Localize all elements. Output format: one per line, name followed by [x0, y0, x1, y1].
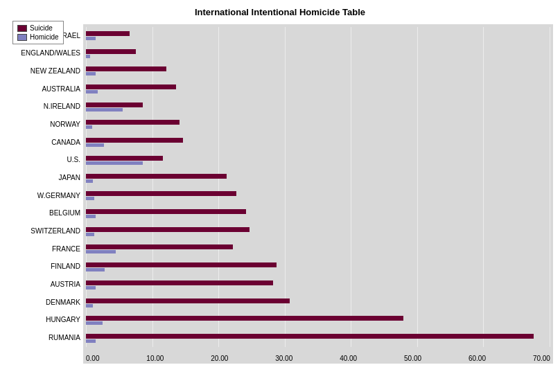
- bar-suicide: [86, 334, 534, 339]
- plot-area: 0.0010.0020.0030.0040.0050.0060.0070.00: [83, 24, 553, 364]
- x-axis: 0.0010.0020.0030.0040.0050.0060.0070.00: [86, 353, 550, 362]
- bar-row-japan: [86, 170, 550, 187]
- y-label-wgermany: W.GERMANY: [37, 193, 80, 199]
- bar-group: [86, 27, 130, 44]
- bar-row-finland: [86, 258, 550, 276]
- legend-homicide-color: [17, 34, 27, 41]
- bar-suicide: [86, 174, 227, 179]
- bar-suicide: [86, 299, 290, 303]
- legend-homicide-label: Homicide: [30, 33, 59, 41]
- bar-suicide: [86, 103, 143, 107]
- chart-container: International Intentional Homicide Table…: [0, 0, 560, 392]
- bar-row-norway: [86, 116, 550, 134]
- bar-homicide: [86, 250, 116, 253]
- x-axis-label-4: 40.00: [340, 355, 357, 362]
- bar-suicide: [86, 138, 183, 143]
- bar-row-switzerland: [86, 223, 550, 240]
- bar-suicide: [86, 31, 130, 36]
- bar-row-france: [86, 241, 550, 258]
- bar-group: [86, 98, 143, 116]
- bar-homicide: [86, 321, 103, 325]
- chart-area: ISRAELENGLAND/WALESNEW ZEALANDAUSTRALIAN…: [14, 24, 553, 364]
- bar-homicide: [86, 143, 104, 147]
- bar-homicide: [86, 286, 96, 289]
- y-label-newzealand: NEW ZEALAND: [30, 68, 80, 75]
- bar-suicide: [86, 156, 163, 161]
- bar-suicide: [86, 262, 277, 267]
- bar-group: [86, 294, 290, 312]
- bar-group: [86, 205, 246, 222]
- y-label-austria: AUSTRIA: [51, 281, 80, 288]
- bar-group: [86, 45, 136, 62]
- bar-row-denmark: [86, 294, 550, 312]
- bar-group: [86, 134, 183, 151]
- y-label-finland: FINLAND: [51, 263, 80, 270]
- x-axis-label-1: 10.00: [146, 355, 164, 362]
- bar-group: [86, 330, 534, 347]
- bar-row-rumania: [86, 330, 550, 347]
- bar-homicide: [86, 304, 93, 308]
- bar-suicide: [86, 191, 236, 196]
- bar-suicide: [86, 49, 136, 54]
- y-label-france: FRANCE: [52, 246, 80, 253]
- bar-homicide: [86, 161, 143, 165]
- bar-group: [86, 258, 277, 276]
- y-axis-labels: ISRAELENGLAND/WALESNEW ZEALANDAUSTRALIAN…: [14, 24, 83, 364]
- bar-homicide: [86, 197, 94, 200]
- y-label-nireland: N.IRELAND: [44, 103, 80, 110]
- bar-suicide: [86, 120, 180, 125]
- bar-homicide: [86, 125, 92, 129]
- bar-row-us: [86, 152, 550, 169]
- x-axis-label-6: 60.00: [469, 355, 486, 362]
- legend-suicide-color: [17, 25, 27, 32]
- y-label-denmark: DENMARK: [46, 299, 80, 306]
- bar-homicide: [86, 90, 98, 93]
- bar-row-wgermany: [86, 187, 550, 204]
- bar-homicide: [86, 108, 123, 112]
- x-axis-label-3: 30.00: [275, 355, 292, 362]
- bar-row-australia: [86, 80, 550, 98]
- y-label-rumania: RUMANIA: [49, 335, 80, 341]
- y-label-australia: AUSTRALIA: [42, 86, 80, 93]
- bar-suicide: [86, 244, 233, 249]
- legend-homicide: Homicide: [17, 33, 59, 41]
- bar-row-englandwales: [86, 45, 550, 62]
- x-axis-label-0: 0.00: [86, 355, 99, 362]
- x-axis-label-2: 20.00: [211, 355, 228, 362]
- y-label-belgium: BELGIUM: [49, 210, 80, 217]
- bar-group: [86, 116, 180, 134]
- y-label-norway: NORWAY: [50, 121, 80, 128]
- bars-wrapper: [86, 27, 550, 347]
- bar-homicide: [86, 37, 96, 40]
- bar-group: [86, 187, 236, 204]
- bar-homicide: [86, 339, 96, 343]
- bar-group: [86, 152, 163, 169]
- legend: Suicide Homicide: [12, 21, 64, 44]
- y-label-hungary: HUNGARY: [46, 317, 80, 323]
- x-axis-label-5: 50.00: [404, 355, 421, 362]
- bar-suicide: [86, 227, 250, 232]
- bar-row-canada: [86, 134, 550, 151]
- bar-group: [86, 62, 166, 80]
- bar-suicide: [86, 280, 273, 285]
- bar-suicide: [86, 316, 403, 321]
- legend-suicide: Suicide: [17, 24, 59, 32]
- y-label-japan: JAPAN: [59, 175, 81, 181]
- bar-homicide: [86, 215, 96, 218]
- bar-suicide: [86, 66, 166, 71]
- bar-row-austria: [86, 276, 550, 294]
- chart-title: International Intentional Homicide Table: [7, 7, 553, 17]
- bar-homicide: [86, 233, 94, 236]
- bar-row-hungary: [86, 312, 550, 330]
- bar-group: [86, 241, 233, 258]
- y-label-us: U.S.: [67, 157, 80, 163]
- bar-group: [86, 80, 176, 98]
- y-label-switzerland: SWITZERLAND: [30, 228, 80, 235]
- bar-row-newzealand: [86, 62, 550, 80]
- bar-suicide: [86, 84, 176, 89]
- bar-group: [86, 223, 250, 240]
- bar-row-nireland: [86, 98, 550, 116]
- bar-homicide: [86, 72, 96, 75]
- legend-suicide-label: Suicide: [30, 24, 53, 32]
- bar-group: [86, 170, 227, 187]
